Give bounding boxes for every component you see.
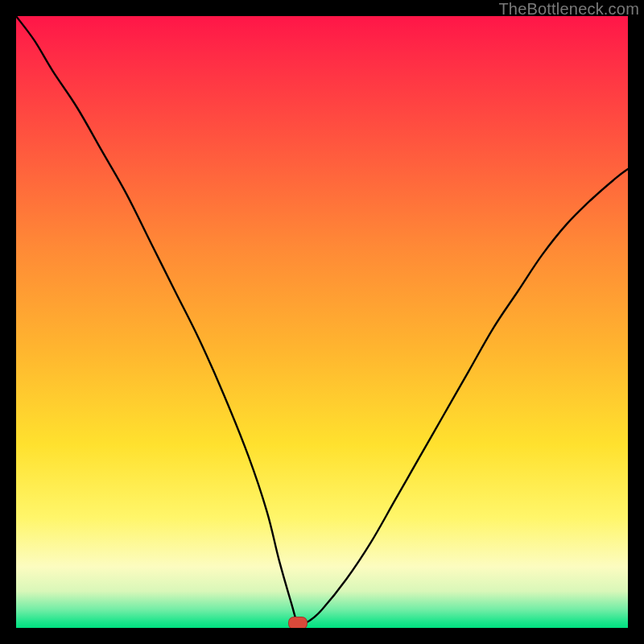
chart-frame: TheBottleneck.com (0, 0, 644, 644)
bottleneck-curve (16, 16, 628, 628)
minimum-marker (288, 617, 308, 628)
plot-area (16, 16, 628, 628)
